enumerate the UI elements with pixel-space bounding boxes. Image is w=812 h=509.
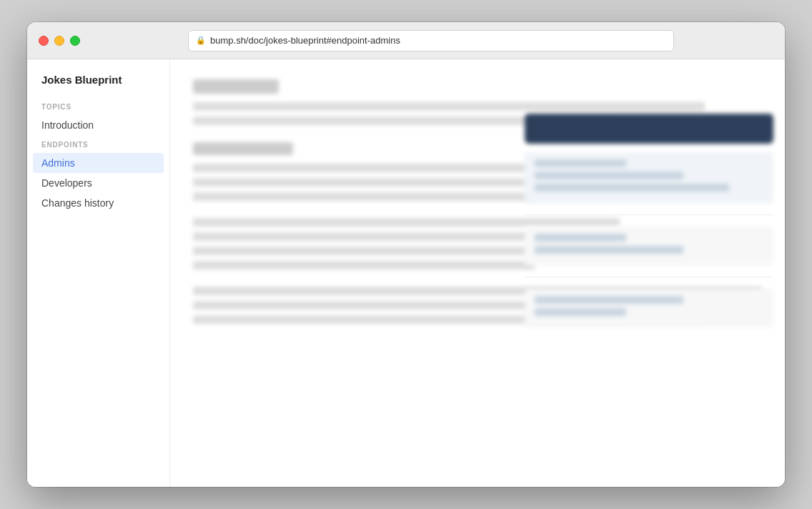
response-block-1 [525,152,773,203]
close-button[interactable] [39,36,49,46]
sidebar-item-introduction[interactable]: Introduction [27,115,169,135]
url-text: bump.sh/doc/jokes-blueprint#endpoint-adm… [210,35,666,46]
endpoints-section-label: Endpoints [27,141,169,153]
separator-2 [525,277,773,277]
sidebar: Jokes Blueprint Topics Introduction Endp… [27,59,170,487]
sidebar-item-admins[interactable]: Admins [33,153,164,173]
blurred-title-1 [193,79,279,94]
sidebar-item-developers[interactable]: Developers [27,173,169,193]
topics-section-label: Topics [27,103,169,115]
response-block-3 [525,289,773,327]
maximize-button[interactable] [70,36,80,46]
lock-icon: 🔒 [196,36,206,45]
address-bar[interactable]: 🔒 bump.sh/doc/jokes-blueprint#endpoint-a… [188,30,674,51]
browser-content: Jokes Blueprint Topics Introduction Endp… [27,59,785,487]
code-block [525,114,773,144]
blurred-title-2 [193,142,293,155]
minimize-button[interactable] [54,36,64,46]
right-panel [513,102,785,346]
titlebar: 🔒 bump.sh/doc/jokes-blueprint#endpoint-a… [27,22,785,59]
traffic-lights [39,36,80,46]
sidebar-item-changes-history[interactable]: Changes history [27,193,169,213]
browser-window: 🔒 bump.sh/doc/jokes-blueprint#endpoint-a… [27,22,785,487]
sidebar-title: Jokes Blueprint [27,74,169,97]
main-content [170,59,785,487]
separator-1 [525,214,773,215]
response-block-2 [525,227,773,265]
